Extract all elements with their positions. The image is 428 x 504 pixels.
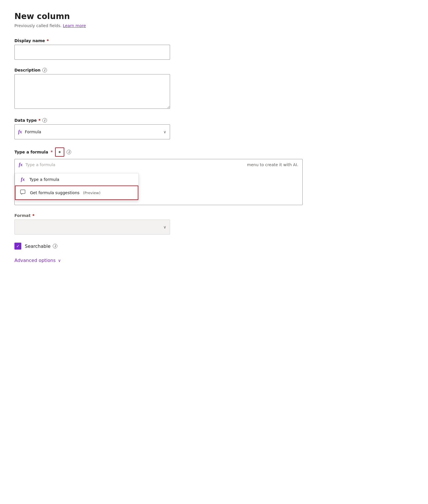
preview-badge: (Preview) <box>83 191 101 195</box>
dropdown-item-suggestions[interactable]: Get formula suggestions (Preview) <box>15 186 138 200</box>
searchable-row: ✓ Searchable i <box>14 243 414 250</box>
formula-stepper-button[interactable] <box>55 147 64 157</box>
formula-required: * <box>50 149 53 155</box>
formula-editor-container: fx Type a formula menu to create it with… <box>14 159 303 205</box>
formula-info-icon[interactable]: i <box>67 150 71 154</box>
data-type-label: Data type * i <box>14 118 170 123</box>
display-name-group: Display name * <box>14 38 170 60</box>
data-type-value: Formula <box>25 130 41 134</box>
display-name-label-text: Display name <box>14 38 45 43</box>
data-type-label-text: Data type <box>14 118 37 123</box>
data-type-group: Data type * i fx Formula ∨ <box>14 118 170 139</box>
searchable-label-text: Searchable <box>25 243 50 249</box>
searchable-label: Searchable i <box>25 243 57 249</box>
display-name-input[interactable] <box>14 45 170 60</box>
formula-fx-icon: fx <box>19 162 22 167</box>
format-label: Format * <box>14 213 170 218</box>
description-label-text: Description <box>14 68 41 72</box>
formula-section: Type a formula * i fx Type a formula men… <box>14 147 303 205</box>
fx-icon: fx <box>18 129 22 134</box>
dropdown-item-type-formula-label: Type a formula <box>29 177 59 182</box>
format-group: Format * ∨ <box>14 213 170 235</box>
learn-more-link[interactable]: Learn more <box>63 23 86 28</box>
searchable-checkbox[interactable]: ✓ <box>14 243 21 250</box>
format-select-wrapper: ∨ <box>14 220 170 235</box>
format-select[interactable]: ∨ <box>14 220 170 235</box>
formula-hint-text: menu to create it with AI. <box>247 162 298 167</box>
dropdown-item-type-formula[interactable]: fx Type a formula <box>15 173 138 186</box>
formula-placeholder-text: Type a formula <box>25 162 247 167</box>
formula-dropdown-menu: fx Type a formula Get formula suggestion… <box>15 173 139 200</box>
advanced-options-chevron-icon: ∨ <box>58 258 61 263</box>
description-input[interactable] <box>14 74 170 109</box>
format-chevron-icon: ∨ <box>163 225 166 229</box>
dropdown-item-suggestions-label: Get formula suggestions <box>30 190 80 195</box>
format-label-text: Format <box>14 213 31 218</box>
description-label: Description i <box>14 68 170 72</box>
formula-editor-top[interactable]: fx Type a formula menu to create it with… <box>15 159 302 170</box>
data-type-required: * <box>38 118 40 123</box>
data-type-select-wrapper: fx Formula ∨ <box>14 124 170 139</box>
formula-label-row: Type a formula * i <box>14 147 303 157</box>
subtitle: Previously called fields. Learn more <box>14 23 414 28</box>
advanced-options-row[interactable]: Advanced options ∨ <box>14 258 414 263</box>
svg-rect-0 <box>20 190 25 194</box>
page-title: New column <box>14 12 414 21</box>
display-name-label: Display name * <box>14 38 170 43</box>
advanced-options-text: Advanced options <box>14 258 56 263</box>
chat-icon <box>20 190 27 196</box>
description-info-icon[interactable]: i <box>42 68 47 72</box>
subtitle-text: Previously called fields. <box>14 23 62 28</box>
searchable-info-icon[interactable]: i <box>53 244 57 248</box>
checkmark-icon: ✓ <box>16 244 20 248</box>
display-name-required: * <box>47 38 49 43</box>
formula-item-fx-icon: fx <box>20 177 26 182</box>
data-type-info-icon[interactable]: i <box>42 118 47 123</box>
description-group: Description i <box>14 68 170 110</box>
formula-label-text: Type a formula <box>14 150 48 154</box>
data-type-chevron-icon: ∨ <box>163 130 166 134</box>
format-required: * <box>32 213 34 218</box>
data-type-select[interactable]: fx Formula ∨ <box>14 124 170 139</box>
